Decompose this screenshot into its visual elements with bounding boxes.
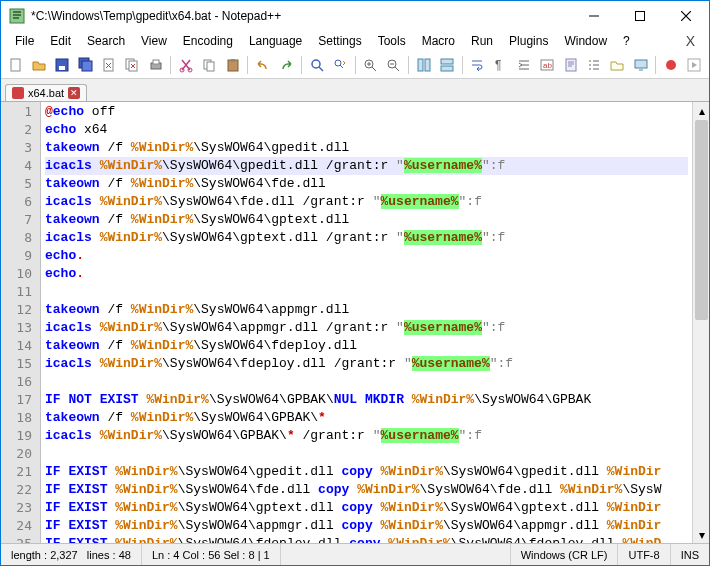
menu-plugins[interactable]: Plugins bbox=[501, 32, 556, 50]
scroll-down-icon[interactable]: ▾ bbox=[693, 526, 709, 543]
code-line[interactable]: echo. bbox=[45, 265, 688, 283]
code-line[interactable]: takeown /f %WinDir%\SysWOW64\gptext.dll bbox=[45, 211, 688, 229]
paste-button[interactable] bbox=[222, 54, 243, 76]
copy-button[interactable] bbox=[199, 54, 220, 76]
vertical-scrollbar[interactable]: ▴ ▾ bbox=[692, 102, 709, 543]
play-button[interactable] bbox=[684, 54, 705, 76]
line-number: 9 bbox=[1, 247, 32, 265]
code-line[interactable]: takeown /f %WinDir%\SysWOW64\gpedit.dll bbox=[45, 139, 688, 157]
close-all-button[interactable] bbox=[122, 54, 143, 76]
code-line[interactable]: takeown /f %WinDir%\SysWOW64\GPBAK\* bbox=[45, 409, 688, 427]
save-all-button[interactable] bbox=[75, 54, 96, 76]
folder-button[interactable] bbox=[607, 54, 628, 76]
sync-v-button[interactable] bbox=[413, 54, 434, 76]
code-line[interactable]: @echo off bbox=[45, 103, 688, 121]
code-line[interactable]: icacls %WinDir%\SysWOW64\gpedit.dll /gra… bbox=[45, 157, 688, 175]
sync-h-button[interactable] bbox=[436, 54, 457, 76]
status-eol[interactable]: Windows (CR LF) bbox=[511, 544, 619, 565]
code-line[interactable]: icacls %WinDir%\SysWOW64\GPBAK\* /grant:… bbox=[45, 427, 688, 445]
tab-close-icon[interactable]: ✕ bbox=[68, 87, 80, 99]
svg-rect-24 bbox=[441, 59, 453, 64]
scroll-up-icon[interactable]: ▴ bbox=[693, 102, 709, 119]
scroll-thumb[interactable] bbox=[695, 120, 708, 320]
line-number: 24 bbox=[1, 517, 32, 535]
titlebar[interactable]: *C:\Windows\Temp\gpedit\x64.bat - Notepa… bbox=[1, 1, 709, 31]
replace-button[interactable] bbox=[329, 54, 350, 76]
line-number: 1 bbox=[1, 103, 32, 121]
code-line[interactable]: IF EXIST %WinDir%\SysWOW64\fdeploy.dll c… bbox=[45, 535, 688, 543]
close-button[interactable] bbox=[663, 1, 709, 31]
close-button[interactable] bbox=[98, 54, 119, 76]
code-area[interactable]: @echo offecho x64takeown /f %WinDir%\Sys… bbox=[41, 102, 692, 543]
code-line[interactable] bbox=[45, 445, 688, 463]
line-number: 12 bbox=[1, 301, 32, 319]
status-encoding[interactable]: UTF-8 bbox=[618, 544, 670, 565]
menu-settings[interactable]: Settings bbox=[310, 32, 369, 50]
code-line[interactable]: IF EXIST %WinDir%\SysWOW64\fde.dll copy … bbox=[45, 481, 688, 499]
code-line[interactable]: echo x64 bbox=[45, 121, 688, 139]
record-button[interactable] bbox=[660, 54, 681, 76]
undo-button[interactable] bbox=[252, 54, 273, 76]
menu-view[interactable]: View bbox=[133, 32, 175, 50]
svg-rect-6 bbox=[82, 61, 92, 71]
code-line[interactable]: takeown /f %WinDir%\SysWOW64\fdeploy.dll bbox=[45, 337, 688, 355]
toolbar-separator bbox=[301, 56, 302, 74]
wrap-button[interactable] bbox=[467, 54, 488, 76]
code-line[interactable]: icacls %WinDir%\SysWOW64\fdeploy.dll /gr… bbox=[45, 355, 688, 373]
menu-window[interactable]: Window bbox=[556, 32, 615, 50]
line-number: 16 bbox=[1, 373, 32, 391]
status-pos: Ln : 4 Col : 56 Sel : 8 | 1 bbox=[142, 544, 281, 565]
code-line[interactable]: takeown /f %WinDir%\SysWOW64\appmgr.dll bbox=[45, 301, 688, 319]
line-number: 3 bbox=[1, 139, 32, 157]
svg-rect-25 bbox=[441, 66, 453, 71]
status-spacer bbox=[281, 544, 511, 565]
minimize-button[interactable] bbox=[571, 1, 617, 31]
code-line[interactable]: icacls %WinDir%\SysWOW64\fde.dll /grant:… bbox=[45, 193, 688, 211]
redo-button[interactable] bbox=[276, 54, 297, 76]
func-list-button[interactable] bbox=[583, 54, 604, 76]
menu-run[interactable]: Run bbox=[463, 32, 501, 50]
menu-tools[interactable]: Tools bbox=[370, 32, 414, 50]
indent-button[interactable] bbox=[513, 54, 534, 76]
code-line[interactable]: takeown /f %WinDir%\SysWOW64\fde.dll bbox=[45, 175, 688, 193]
zoom-in-button[interactable] bbox=[359, 54, 380, 76]
new-button[interactable] bbox=[5, 54, 26, 76]
menu-file[interactable]: File bbox=[7, 32, 42, 50]
code-line[interactable]: icacls %WinDir%\SysWOW64\gptext.dll /gra… bbox=[45, 229, 688, 247]
status-ins[interactable]: INS bbox=[671, 544, 709, 565]
print-button[interactable] bbox=[145, 54, 166, 76]
menu-encoding[interactable]: Encoding bbox=[175, 32, 241, 50]
code-line[interactable]: IF NOT EXIST %WinDir%\SysWOW64\GPBAK\NUL… bbox=[45, 391, 688, 409]
maximize-button[interactable] bbox=[617, 1, 663, 31]
code-line[interactable]: IF EXIST %WinDir%\SysWOW64\appmgr.dll co… bbox=[45, 517, 688, 535]
line-number: 23 bbox=[1, 499, 32, 517]
code-line[interactable]: echo. bbox=[45, 247, 688, 265]
code-line[interactable]: IF EXIST %WinDir%\SysWOW64\gpedit.dll co… bbox=[45, 463, 688, 481]
code-line[interactable]: icacls %WinDir%\SysWOW64\appmgr.dll /gra… bbox=[45, 319, 688, 337]
save-button[interactable] bbox=[52, 54, 73, 76]
all-chars-button[interactable]: ¶ bbox=[490, 54, 511, 76]
tab-x64[interactable]: x64.bat ✕ bbox=[5, 84, 87, 101]
open-button[interactable] bbox=[28, 54, 49, 76]
code-line[interactable]: IF EXIST %WinDir%\SysWOW64\gptext.dll co… bbox=[45, 499, 688, 517]
menu-close-x[interactable]: X bbox=[678, 31, 703, 51]
code-line[interactable] bbox=[45, 283, 688, 301]
menu-help[interactable]: ? bbox=[615, 32, 638, 50]
line-number: 19 bbox=[1, 427, 32, 445]
lang-button[interactable]: ab bbox=[537, 54, 558, 76]
find-button[interactable] bbox=[306, 54, 327, 76]
menu-language[interactable]: Language bbox=[241, 32, 310, 50]
line-number: 20 bbox=[1, 445, 32, 463]
menu-search[interactable]: Search bbox=[79, 32, 133, 50]
menubar: File Edit Search View Encoding Language … bbox=[1, 31, 709, 51]
line-number: 14 bbox=[1, 337, 32, 355]
menu-macro[interactable]: Macro bbox=[414, 32, 463, 50]
cut-button[interactable] bbox=[175, 54, 196, 76]
doc-map-button[interactable] bbox=[560, 54, 581, 76]
monitor-button[interactable] bbox=[630, 54, 651, 76]
menu-edit[interactable]: Edit bbox=[42, 32, 79, 50]
svg-rect-30 bbox=[635, 60, 647, 68]
code-line[interactable] bbox=[45, 373, 688, 391]
line-number: 22 bbox=[1, 481, 32, 499]
zoom-out-button[interactable] bbox=[383, 54, 404, 76]
